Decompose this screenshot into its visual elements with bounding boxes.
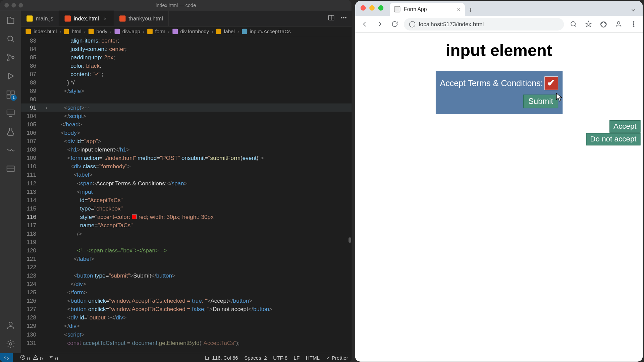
tab-close-icon[interactable]: × [457,6,461,13]
line-number[interactable]: 118 [21,229,43,238]
code-line[interactable]: <h1>input element</h1> [50,145,352,154]
line-number[interactable]: 87 [21,70,43,78]
code-line[interactable]: color: black; [50,61,352,70]
line-number[interactable]: 124 [21,280,43,288]
bookmark-star-icon[interactable] [583,18,594,30]
code-line[interactable]: <script>··· [50,104,352,112]
code-line[interactable]: <div id="output"></div> [50,313,352,322]
window-close-dot[interactable] [4,3,9,7]
line-number[interactable]: 130 [21,330,43,339]
line-number[interactable]: 113 [21,187,43,196]
code-line[interactable]: justify-content: center; [50,45,352,53]
zoom-icon[interactable] [568,18,579,30]
code-line[interactable]: <div class="formbody"> [50,162,352,171]
line-number[interactable]: 115 [21,204,43,213]
fold-chevron-icon[interactable]: › [43,104,49,112]
run-debug-icon[interactable] [5,71,16,81]
status-encoding[interactable]: UTF-8 [273,355,287,361]
submit-button[interactable]: Submit [524,95,558,108]
site-info-icon[interactable] [409,21,415,27]
code-line[interactable]: content: "✓"; [50,70,352,78]
browser-tab[interactable]: Form App × [390,3,465,16]
code-line[interactable]: /> [50,229,352,238]
code-line[interactable]: <body> [50,129,352,137]
code-line[interactable]: style="accent-color: red; width: 30px; h… [50,213,352,221]
explorer-icon[interactable] [5,15,16,26]
source-control-icon[interactable] [5,52,16,63]
line-number[interactable]: 86 [21,61,43,70]
status-cursor[interactable]: Ln 116, Col 66 [205,355,238,361]
chrome-close-dot[interactable] [361,5,366,11]
breadcrumb-segment[interactable]: form [155,29,165,34]
status-eol[interactable]: LF [294,355,300,361]
code-line[interactable]: align-items: center; [50,36,352,45]
code-line[interactable]: </label> [50,255,352,263]
code-editor[interactable]: 83 align-items: center;84 justify-conten… [21,36,352,353]
settings-gear-icon[interactable] [5,339,16,349]
status-problems[interactable]: 0 0 [20,355,43,361]
window-minimize-dot[interactable] [11,3,16,7]
remote-explorer-icon[interactable] [5,108,16,119]
profile-icon[interactable] [612,18,624,30]
breadcrumb-segment[interactable]: html [72,29,82,34]
split-editor-icon[interactable] [328,14,335,23]
editor-tab-main-js[interactable]: main.js [21,11,59,26]
checkbox-label[interactable]: Accept Terms & Conditions: [440,78,543,88]
extensions-icon[interactable]: 1 [5,89,16,100]
vscode-titlebar[interactable]: index.html — code [0,0,352,11]
line-number[interactable]: 105 [21,120,43,129]
line-number[interactable]: 114 [21,196,43,204]
chrome-minimize-dot[interactable] [369,5,375,11]
line-number[interactable]: 89 [21,86,43,95]
code-line[interactable]: type="checkbox" [50,204,352,213]
new-tab-button[interactable]: + [465,4,476,16]
line-number[interactable]: 121 [21,255,43,263]
forward-button[interactable] [374,18,385,30]
code-line[interactable]: <form action="./index.html" method="POST… [50,154,352,162]
line-number[interactable]: 131 [21,339,43,347]
status-ports[interactable]: 0 [48,355,58,361]
back-button[interactable] [359,18,370,30]
wave-icon[interactable] [5,145,16,156]
code-line[interactable]: </style> [50,86,352,95]
code-line[interactable]: </div> [50,280,352,288]
code-line[interactable]: <button onclick="window.AcceptTaCs.check… [50,305,352,313]
do-not-accept-button[interactable]: Do not accept [586,133,640,145]
code-line[interactable]: } */ [50,78,352,86]
line-number[interactable]: 108 [21,145,43,154]
chevron-down-icon[interactable] [628,4,639,16]
minimap[interactable] [347,36,352,353]
line-number[interactable]: 88 [21,78,43,86]
code-line[interactable]: <script> [50,330,352,339]
breadcrumbs[interactable]: index.html› html› body› div#app› form› d… [21,26,352,36]
accept-button[interactable]: Accept [609,120,640,133]
line-number[interactable]: 122 [21,263,43,272]
editor-tab-thankyou-html[interactable]: thankyou.html [114,11,169,26]
code-line[interactable]: padding-top: 2px; [50,53,352,61]
line-number[interactable]: 90 [21,95,43,104]
code-line[interactable]: </script> [50,112,352,120]
line-number[interactable]: 123 [21,272,43,280]
code-line[interactable]: </div> [50,322,352,330]
line-number[interactable]: 107 [21,137,43,145]
extensions-puzzle-icon[interactable] [598,18,609,30]
line-number[interactable]: 85 [21,53,43,61]
code-line[interactable]: <button onclick="window.AcceptTaCs.check… [50,297,352,305]
breadcrumb-segment[interactable]: index.html [34,29,57,34]
line-number[interactable]: 128 [21,313,43,322]
chrome-zoom-dot[interactable] [378,5,383,11]
status-spaces[interactable]: Spaces: 2 [244,355,267,361]
more-actions-icon[interactable] [340,14,347,23]
line-number[interactable]: 127 [21,305,43,313]
code-line[interactable]: <label> [50,171,352,179]
line-number[interactable]: 91 [21,104,43,112]
status-formatter[interactable]: Prettier [326,355,348,361]
code-line[interactable]: <input [50,187,352,196]
line-number[interactable]: 106 [21,129,43,137]
line-number[interactable]: 84 [21,45,43,53]
code-line[interactable]: <div id="app"> [50,137,352,145]
line-number[interactable]: 83 [21,36,43,45]
code-line[interactable]: <button type="submit">Submit</button> [50,272,352,280]
code-line[interactable]: <span>Accept Terms & Conditions:</span> [50,179,352,187]
editor-tab-index-html[interactable]: index.html× [59,11,114,26]
